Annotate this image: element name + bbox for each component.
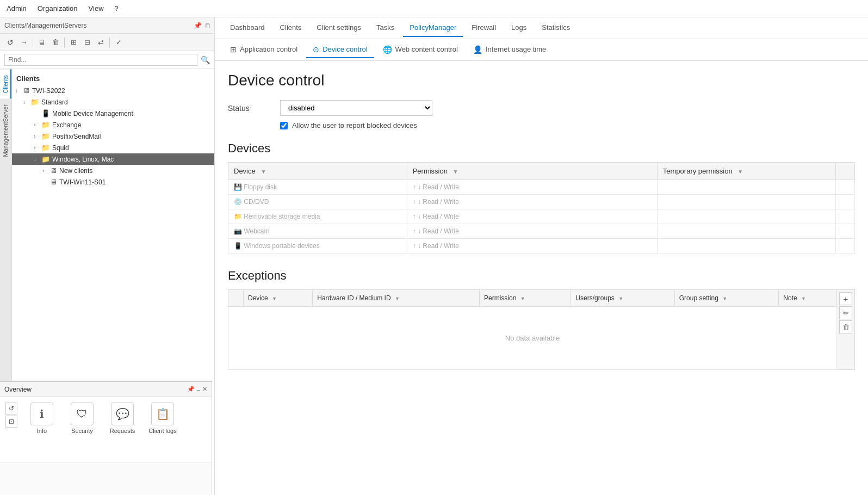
tree-item-twi-win11[interactable]: 🖥 TWI-Win11-S01 xyxy=(12,176,214,188)
exc-group-filter-icon[interactable]: ▼ xyxy=(722,296,727,301)
sub-tab-device-control[interactable]: ⊙ Device control xyxy=(306,42,374,58)
exc-col-note[interactable]: Note ▼ xyxy=(779,290,837,307)
server-icon: 🖥 xyxy=(23,86,30,95)
exc-col-group-setting[interactable]: Group setting ▼ xyxy=(674,290,779,307)
tab-client-settings[interactable]: Client settings xyxy=(310,19,368,37)
overview-title: Overview xyxy=(4,386,32,393)
left-panel-header: Clients/ManagementServers 📌 ⊓ xyxy=(0,17,214,34)
exc-perm-filter-icon[interactable]: ▼ xyxy=(520,296,525,301)
list-button[interactable]: ⊟ xyxy=(81,36,93,48)
folder-icon-postfix: 📁 xyxy=(41,132,50,140)
sub-tab-internet-usage[interactable]: 👤 Internet usage time xyxy=(467,42,553,58)
sub-tab-app-control[interactable]: ⊞ Application control xyxy=(224,42,304,58)
overview-minimize-icon[interactable]: – xyxy=(197,386,200,393)
forward-button[interactable]: → xyxy=(18,36,30,48)
tab-logs[interactable]: Logs xyxy=(505,19,533,37)
exceptions-title: Exceptions xyxy=(228,269,855,283)
web-content-icon: 🌐 xyxy=(383,45,392,54)
tree-item-twi-s2022[interactable]: ↓ 🖥 TWI-S2022 xyxy=(12,85,214,96)
arrows-button[interactable]: ⇄ xyxy=(95,36,107,48)
delete-exception-button[interactable]: 🗑 xyxy=(839,320,852,333)
exc-hwid-filter-icon[interactable]: ▼ xyxy=(395,296,400,301)
add-exception-button[interactable]: + xyxy=(839,292,852,305)
menu-organization[interactable]: Organization xyxy=(38,4,78,13)
side-tab-mgmt[interactable]: ManagementServer xyxy=(0,99,11,163)
side-tab-clients[interactable]: Clients xyxy=(0,69,11,99)
tab-tasks[interactable]: Tasks xyxy=(370,19,401,37)
main-tabs-row: Dashboard Clients Client settings Tasks … xyxy=(215,17,868,39)
menu-view[interactable]: View xyxy=(89,4,104,13)
menu-help[interactable]: ? xyxy=(115,4,119,13)
unpin-icon[interactable]: ⊓ xyxy=(205,22,210,29)
exceptions-table: Device ▼ Hardware ID / Medium ID ▼ Permi… xyxy=(228,289,837,370)
sub-tab-web-content[interactable]: 🌐 Web content control xyxy=(376,42,464,58)
tree-item-exchange[interactable]: › 📁 Exchange xyxy=(12,119,214,131)
overview-refresh-btn[interactable]: ↺ xyxy=(5,403,17,414)
left-panel: Clients/ManagementServers 📌 ⊓ ↺ → 🖥 🗑 ⊞ … xyxy=(0,17,215,495)
grid-button[interactable]: ⊞ xyxy=(67,36,79,48)
clients-icon: 🖥 xyxy=(50,166,57,175)
check-button[interactable]: ✓ xyxy=(113,36,125,48)
device-row-portable: 📱 Windows portable devices ↑ ↓ Read / Wr… xyxy=(228,239,855,253)
overview-content: ↺ ⊡ ℹ Info 🛡 Security 💬 Requests xyxy=(0,397,212,462)
overview-view-btn[interactable]: ⊡ xyxy=(5,416,17,428)
overview-close-icon[interactable]: ✕ xyxy=(202,386,207,393)
exc-users-filter-icon[interactable]: ▼ xyxy=(618,296,623,301)
tree-item-standard[interactable]: ↓ 📁 Standard xyxy=(12,96,214,108)
overview-requests-btn[interactable]: 💬 Requests xyxy=(107,403,138,434)
exc-col-users[interactable]: Users/groups ▼ xyxy=(571,290,674,307)
col-device[interactable]: Device ▼ xyxy=(228,163,407,180)
search-bar: 🔍 xyxy=(0,51,214,69)
exc-col-device[interactable]: Device ▼ xyxy=(244,290,313,307)
status-label: Status xyxy=(228,104,271,113)
overview-header: Overview 📌 – ✕ xyxy=(0,382,212,397)
devices-title: Devices xyxy=(228,141,855,156)
col-permission[interactable]: Permission ▼ xyxy=(407,163,657,180)
tab-clients[interactable]: Clients xyxy=(274,19,308,37)
tree-section-header: Clients xyxy=(12,72,214,85)
tab-firewall[interactable]: Firewall xyxy=(465,19,503,37)
checkbox-row: Allow the user to report blocked devices xyxy=(280,121,855,129)
page-title: Device control xyxy=(228,72,855,89)
folder-icon-exchange: 📁 xyxy=(41,121,50,129)
exc-note-filter-icon[interactable]: ▼ xyxy=(801,296,806,301)
exc-device-filter-icon[interactable]: ▼ xyxy=(272,296,277,301)
overview-pin-icon[interactable]: 📌 xyxy=(187,386,195,393)
search-icon[interactable]: 🔍 xyxy=(201,55,210,64)
delete-button[interactable]: 🗑 xyxy=(49,36,61,48)
computer-icon: 🖥 xyxy=(50,178,57,186)
tree-item-squid[interactable]: › 📁 Squid xyxy=(12,142,214,153)
tab-statistics[interactable]: Statistics xyxy=(535,19,576,37)
device-control-icon: ⊙ xyxy=(313,45,319,54)
tab-dashboard[interactable]: Dashboard xyxy=(224,19,271,37)
exc-col-permission[interactable]: Permission ▼ xyxy=(479,290,571,307)
overview-clientlogs-btn[interactable]: 📋 Client logs xyxy=(147,403,178,434)
checkbox-label: Allow the user to report blocked devices xyxy=(292,121,417,129)
left-panel-title: Clients/ManagementServers xyxy=(4,22,86,29)
temp-permission-filter-icon[interactable]: ▼ xyxy=(737,169,743,175)
allow-report-checkbox[interactable] xyxy=(280,122,288,129)
pin-icon[interactable]: 📌 xyxy=(194,22,202,29)
right-panel: Dashboard Clients Client settings Tasks … xyxy=(215,17,868,495)
overview-security-btn[interactable]: 🛡 Security xyxy=(66,403,98,434)
device-filter-icon[interactable]: ▼ xyxy=(261,169,266,175)
top-menu-bar: Admin Organization View ? xyxy=(0,0,868,17)
search-input[interactable] xyxy=(4,54,197,66)
monitor-button[interactable]: 🖥 xyxy=(36,36,48,48)
menu-admin[interactable]: Admin xyxy=(7,4,27,13)
status-select[interactable]: disabled enabled xyxy=(280,100,432,116)
permission-filter-icon[interactable]: ▼ xyxy=(453,169,458,175)
tree-item-postfix[interactable]: › 📁 Postfix/SendMail xyxy=(12,131,214,142)
tree-item-mdm[interactable]: 📱 Mobile Device Management xyxy=(12,108,214,119)
col-temp-permission[interactable]: Temporary permission ▼ xyxy=(657,163,836,180)
tree-item-new-clients[interactable]: › 🖥 New clients xyxy=(12,165,214,176)
edit-exception-button[interactable]: ✏ xyxy=(839,306,852,319)
exc-col-check xyxy=(228,290,244,307)
refresh-button[interactable]: ↺ xyxy=(4,36,16,48)
tree-item-windows-linux-mac[interactable]: ↓ 📁 Windows, Linux, Mac xyxy=(12,153,214,165)
device-icon-mdm: 📱 xyxy=(41,109,50,117)
exc-col-hardware-id[interactable]: Hardware ID / Medium ID ▼ xyxy=(313,290,480,307)
overview-info-btn[interactable]: ℹ Info xyxy=(26,403,58,434)
device-row-cddvd: 💿 CD/DVD ↑ ↓ Read / Write xyxy=(228,195,855,209)
tab-policy-manager[interactable]: PolicyManager xyxy=(403,19,463,37)
